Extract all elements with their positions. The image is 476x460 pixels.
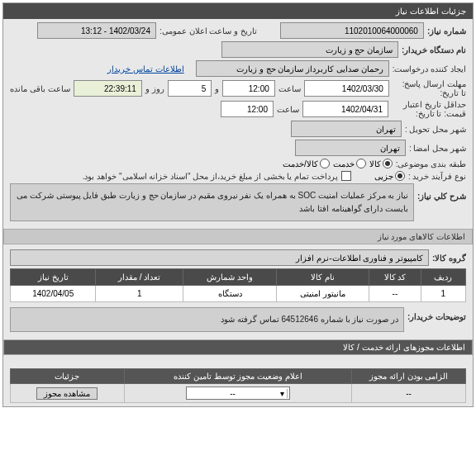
- hour-label-2: ساعت: [277, 105, 299, 114]
- radio-service-goods[interactable]: کالا/خدمت: [283, 159, 330, 168]
- buy-type-label: نوع فرآیند خرید :: [408, 172, 466, 181]
- hour-label-1: ساعت: [278, 84, 301, 93]
- buyer-notes-label: توضیحات خریدار:: [407, 307, 466, 321]
- remain-time-field: 22:39:11: [74, 80, 142, 97]
- day-label: روز و: [145, 84, 164, 93]
- reply-days-field: 5: [168, 80, 212, 97]
- col-details: جزئیات: [11, 369, 125, 384]
- min-valid-label: حداقل تاریخ اعتبار قیمت: تا تاریخ:: [392, 100, 466, 118]
- goods-group-field: کامپیوتر و فناوری اطلاعات-نرم افزار: [10, 249, 429, 266]
- panel-header: جزئیات اطلاعات نیاز: [3, 3, 473, 19]
- permits-section-title: اطلاعات مجوزهای ارائه خدمت / کالا: [3, 339, 473, 355]
- chevron-down-icon: ▾: [277, 389, 288, 398]
- valid-date-field: 1402/04/31: [302, 101, 388, 117]
- col-status: اعلام وضعیت مجوز توسط تامین کننده: [124, 369, 352, 384]
- need-desc-label: شرح کلي نیاز:: [417, 183, 466, 201]
- treasury-note: پرداخت تمام یا بخشی از مبلغ خرید،از محل …: [83, 172, 338, 181]
- reply-date-field: 1402/03/30: [304, 80, 389, 97]
- buyer-org-field: سازمان حج و زیارت: [221, 41, 398, 58]
- col-name: نام کالا: [277, 269, 369, 286]
- permit-row: -- ▾ -- مشاهده مجوز: [11, 384, 466, 403]
- col-code: کد کالا: [369, 269, 421, 286]
- goods-section-title: اطلاعات کالاهای مورد نیاز: [3, 229, 473, 244]
- radio-goods[interactable]: کالا: [369, 159, 393, 168]
- buyer-notes-box: در صورت نیاز با شماره 64512646 تماس گرفت…: [10, 307, 404, 332]
- sign-loc-label: شهر محل امضا :: [409, 144, 466, 153]
- pub-date-field: 1402/03/24 - 13:12: [37, 22, 156, 39]
- need-desc-box: نیاز به مرکز عملیات امنیت SOC به همراه ی…: [10, 183, 414, 221]
- remain-label: ساعت باقی مانده: [10, 84, 70, 93]
- reply-hour-field: 12:00: [222, 80, 275, 97]
- buyer-org-label: نام دستگاه خریدار:: [402, 45, 466, 55]
- radio-service[interactable]: خدمت: [333, 159, 366, 168]
- col-qty: تعداد / مقدار: [96, 269, 183, 286]
- requester-label: ایجاد کننده درخواست:: [393, 64, 466, 74]
- pub-date-label: تاریخ و ساعت اعلان عمومی:: [159, 26, 257, 36]
- radio-partial[interactable]: جزیی: [374, 171, 405, 181]
- permits-table: الزامی بودن ارائه مجوز اعلام وضعیت مجوز …: [10, 368, 466, 403]
- need-no-label: شماره نیاز:: [427, 26, 466, 36]
- goods-table: ردیف کد کالا نام کالا واحد شمارش تعداد /…: [10, 268, 466, 302]
- col-row: ردیف: [421, 269, 465, 286]
- and-label: و: [215, 84, 219, 93]
- view-permit-button[interactable]: مشاهده مجوز: [36, 387, 98, 400]
- status-dropdown[interactable]: ▾ --: [186, 386, 290, 400]
- category-label: طبقه بندی موضوعی:: [396, 159, 466, 168]
- need-no-field: 1102010064000060: [280, 22, 424, 39]
- header-title: جزئیات اطلاعات نیاز: [396, 7, 466, 16]
- delivery-loc-field: تهران: [291, 121, 402, 137]
- goods-group-label: گروه کالا:: [432, 254, 466, 263]
- buyer-contact-link[interactable]: اطلاعات تماس خریدار: [107, 64, 184, 74]
- requester-field: رحمان صدایی کاربرداز سازمان حج و زیارت: [196, 60, 389, 77]
- sign-loc-field: تهران: [295, 140, 406, 156]
- need-details-panel: جزئیات اطلاعات نیاز شماره نیاز: 11020100…: [2, 2, 474, 407]
- col-unit: واحد شمارش: [183, 269, 277, 286]
- col-mandatory: الزامی بودن ارائه مجوز: [352, 369, 466, 384]
- reply-deadline-label: مهلت ارسال پاسخ: تا تاریخ:: [393, 79, 466, 97]
- table-row[interactable]: 1 -- مانیتور امنیتی دستگاه 1 1402/04/05: [11, 286, 466, 302]
- col-date: تاریخ نیاز: [11, 269, 96, 286]
- treasury-checkbox[interactable]: [341, 171, 351, 181]
- delivery-loc-label: شهر محل تحویل :: [405, 125, 466, 134]
- valid-hour-field: 12:00: [221, 101, 274, 117]
